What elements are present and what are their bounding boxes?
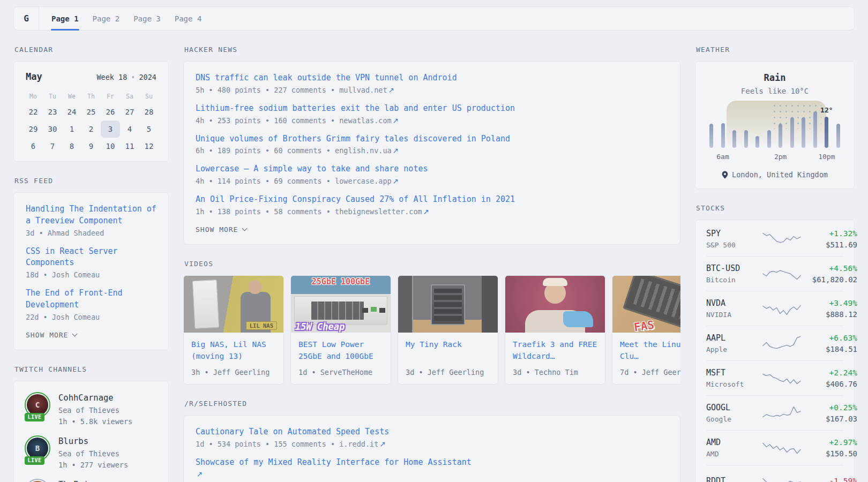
- stock-name: S&P 500: [706, 241, 762, 249]
- video-thumbnail[interactable]: FAS: [612, 276, 680, 333]
- video-thumbnail[interactable]: 25GbE 100GbE 15W Cheap: [291, 276, 391, 333]
- calendar-day: 28: [139, 103, 159, 120]
- nav-tab[interactable]: Page 3: [126, 7, 168, 30]
- calendar-day: 7: [43, 138, 62, 155]
- reddit-item: Showcase of my Mixed Reality Interface f…: [196, 457, 668, 479]
- hackernews-item-link[interactable]: Lithium-free sodium batteries exit the l…: [196, 103, 515, 113]
- nav-tab[interactable]: Page 4: [168, 7, 209, 30]
- nav-tab[interactable]: Page 1: [44, 7, 86, 30]
- hackernews-item-link[interactable]: An Oil Price-Fixing Conspiracy Caused 27…: [196, 194, 515, 204]
- stock-sparkline-chart: [762, 438, 802, 457]
- calendar-widget: May Week 18 • 2024 MoTuWeThFrSaSu 222324…: [13, 61, 169, 162]
- video-thumbnail[interactable]: [505, 276, 605, 333]
- calendar-day-header: Sa: [120, 88, 139, 103]
- stock-ticker: RDDT: [706, 476, 762, 482]
- calendar-day: 10: [101, 138, 120, 155]
- stock-sparkline-chart: [762, 472, 802, 482]
- external-link-icon: [393, 116, 399, 125]
- stock-row[interactable]: AAPL Apple +6.63% $184.51: [706, 326, 843, 360]
- calendar-week: Week 18: [96, 73, 127, 81]
- stock-row[interactable]: NVDA NVIDIA +3.49% $888.12: [706, 291, 843, 326]
- weather-temp-bar: [744, 130, 748, 148]
- stock-row[interactable]: AMD AMD +2.97% $150.50: [706, 430, 843, 465]
- weather-widget: Rain Feels like 10°C 6am: [695, 61, 855, 189]
- stock-sparkline-chart: [762, 264, 802, 283]
- video-meta: 1d • ServeTheHome: [298, 368, 383, 376]
- calendar-grid: MoTuWeThFrSaSu 2223242526272829301234567…: [24, 88, 159, 155]
- videos-row: LIL NAS Big NAS, Lil NAS (moving 13) 3h …: [183, 275, 680, 385]
- rss-feed-widget: Handling The Indentation of a Treeview C…: [13, 192, 169, 350]
- calendar-day: 26: [101, 103, 120, 120]
- calendar-day: 6: [24, 138, 43, 155]
- stock-row[interactable]: SPY S&P 500 +1.32% $511.69: [706, 222, 843, 256]
- external-link-icon: [393, 177, 399, 185]
- reddit-item-link[interactable]: Showcase of my Mixed Reality Interface f…: [196, 457, 472, 467]
- stock-price: $888.12: [802, 310, 857, 319]
- stock-price: $184.51: [802, 345, 857, 353]
- video-card: My Tiny Rack 3d • Jeff Geerling: [398, 275, 498, 385]
- video-title-link[interactable]: Big NAS, Lil NAS (moving 13): [191, 339, 276, 363]
- reddit-item: Cautionary Tale on Automated Speed Tests…: [196, 426, 668, 448]
- channel-name: CohhCarnage: [58, 393, 132, 403]
- weather-temp-bar: [802, 117, 805, 148]
- stock-sparkline-chart: [762, 299, 802, 318]
- rss-section-title: RSS FEED: [14, 177, 169, 185]
- video-thumbnail[interactable]: LIL NAS: [184, 276, 283, 333]
- hackernews-item: DNS traffic can leak outside the VPN tun…: [196, 72, 668, 94]
- rss-feed-item: The End of Front-End Development 22d • J…: [26, 288, 156, 321]
- hackernews-item-link[interactable]: DNS traffic can leak outside the VPN tun…: [196, 73, 457, 82]
- video-thumbnail[interactable]: [398, 276, 498, 333]
- stock-sparkline-chart: [762, 368, 802, 388]
- reddit-item-link[interactable]: Cautionary Tale on Automated Speed Tests: [196, 427, 389, 436]
- app-logo[interactable]: G: [14, 7, 39, 30]
- calendar-day: 8: [62, 138, 81, 155]
- weather-condition: Rain: [708, 72, 841, 83]
- weather-hour-column: [709, 124, 713, 148]
- calendar-day: 30: [43, 120, 62, 138]
- weather-temp-bar: [779, 124, 782, 148]
- hackernews-item-link[interactable]: Lowercase – A simple way to take and sha…: [196, 164, 428, 174]
- video-meta: 3d • Jeff Geerling: [406, 368, 490, 376]
- nav-tab[interactable]: Page 2: [86, 7, 127, 30]
- right-column: WEATHER Rain Feels like 10°C: [695, 31, 855, 482]
- separator-dot: •: [131, 73, 135, 81]
- stock-sparkline-chart: [762, 403, 802, 423]
- stock-row[interactable]: GOOGL Google +0.25% $167.03: [706, 395, 843, 430]
- video-card: Traefik 3 and FREE Wildcard… 3d • Techno…: [505, 275, 605, 385]
- weather-time-label: 10pm: [818, 153, 835, 161]
- weather-hour-column: 6am: [721, 123, 725, 148]
- calendar-day: 23: [43, 103, 62, 120]
- rss-show-more-button[interactable]: SHOW MORE: [26, 331, 156, 339]
- twitch-channel-row[interactable]: T ThePrimeagen: [25, 479, 158, 482]
- twitch-channel-row[interactable]: B LIVE Blurbs Sea of Thieves 1h • 277 vi…: [25, 435, 158, 469]
- hackernews-show-more-button[interactable]: SHOW MORE: [196, 225, 668, 234]
- stock-row[interactable]: RDDT -1.59%: [706, 465, 843, 482]
- rss-item-link[interactable]: Handling The Indentation of a Treeview C…: [26, 204, 156, 225]
- stock-row[interactable]: BTC-USD Bitcoin +4.56% $61,820.02: [706, 256, 843, 291]
- video-meta: 3d • Techno Tim: [513, 368, 597, 376]
- stock-sparkline-chart: [762, 334, 802, 353]
- stock-price: $511.69: [802, 240, 857, 249]
- video-title-link[interactable]: Meet the Linux Clu…: [620, 339, 680, 363]
- stock-name: Microsoft: [706, 380, 762, 388]
- external-link-icon: [379, 440, 385, 448]
- weather-temp-bar: [767, 130, 771, 148]
- twitch-channel-row[interactable]: C LIVE CohhCarnage Sea of Thieves 1h • 5…: [25, 392, 158, 426]
- hackernews-item-link[interactable]: Unique volumes of Brothers Grimm fairy t…: [196, 134, 510, 144]
- video-title-link[interactable]: Traefik 3 and FREE Wildcard…: [513, 339, 597, 363]
- stock-change: +2.24%: [802, 368, 857, 377]
- video-title-link[interactable]: My Tiny Rack: [406, 339, 490, 363]
- hackernews-item-meta: 1h • 138 points • 58 comments • thebigne…: [196, 207, 668, 216]
- stock-row[interactable]: MSFT Microsoft +2.24% $406.76: [706, 360, 843, 395]
- weather-time-label: 6am: [716, 153, 729, 161]
- rss-item-link[interactable]: CSS in React Server Components: [26, 246, 118, 268]
- nav-tab-label: Page 2: [93, 14, 120, 23]
- external-link-icon: [393, 146, 399, 155]
- nav-tab-label: Page 1: [51, 14, 79, 23]
- hackernews-item: An Oil Price-Fixing Conspiracy Caused 27…: [196, 194, 668, 216]
- weather-temp-bar: [790, 117, 794, 148]
- calendar-day-header: Tu: [43, 88, 62, 103]
- rss-item-link[interactable]: The End of Front-End Development: [26, 288, 123, 310]
- calendar-day: 9: [81, 138, 101, 155]
- video-title-link[interactable]: BEST Low Power 25GbE and 100GbE Switch…: [298, 339, 383, 363]
